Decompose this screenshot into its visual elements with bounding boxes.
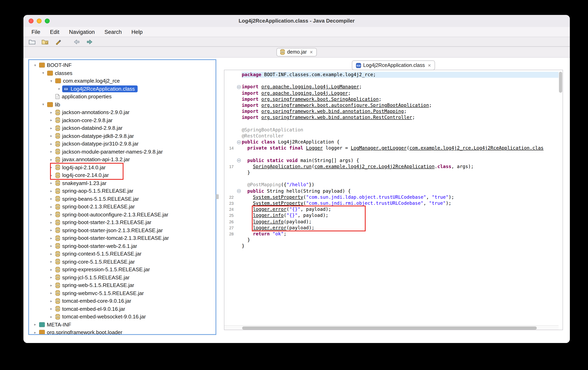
chevron-collapsed-icon[interactable]: ▸ [48, 118, 54, 122]
fold-collapse-icon[interactable] [236, 84, 242, 90]
chevron-expanded-icon[interactable]: ▾ [40, 71, 46, 75]
code-link[interactable]: org.apache.logging.log4j.Logger [261, 90, 348, 96]
code-link[interactable]: org.springframework.boot.SpringApplicati… [261, 96, 379, 102]
chevron-collapsed-icon[interactable]: ▸ [48, 244, 54, 248]
tree-item[interactable]: ▸010spring-expression-5.1.5.RELEASE.jar [29, 266, 216, 273]
tab-class-file[interactable]: 010 Log4j2RceApplication.class ✕ [352, 60, 435, 70]
chevron-collapsed-icon[interactable]: ▸ [48, 181, 54, 185]
chevron-collapsed-icon[interactable]: ▸ [48, 213, 54, 217]
code-link[interactable]: logger.error [253, 206, 286, 212]
chevron-expanded-icon[interactable]: ▾ [32, 63, 38, 67]
tree-item[interactable]: ▸010spring-boot-starter-2.1.3.RELEASE.ja… [29, 219, 216, 226]
chevron-collapsed-icon[interactable]: ▸ [48, 275, 54, 280]
chevron-collapsed-icon[interactable]: ▸ [48, 126, 54, 130]
tree-item[interactable]: ▸010spring-boot-starter-json-2.1.3.RELEA… [29, 226, 216, 234]
horizontal-scrollbar-thumb[interactable] [242, 327, 537, 330]
tree-item[interactable]: ▸010jackson-module-parameter-names-2.9.8… [29, 148, 216, 156]
tree-item[interactable]: ▸010jackson-datatype-jdk8-2.9.8.jar [29, 132, 216, 140]
chevron-collapsed-icon[interactable]: ▸ [48, 299, 54, 303]
tree-item[interactable]: ▸010spring-webmvc-5.1.5.RELEASE.jar [29, 289, 216, 297]
tree-item[interactable]: application.properties [29, 93, 216, 100]
menu-item-help[interactable]: Help [131, 29, 143, 35]
chevron-collapsed-icon[interactable]: ▸ [48, 205, 54, 209]
code-link[interactable]: logger.info [253, 219, 284, 224]
tree-item[interactable]: ▾classes [29, 69, 216, 77]
tree-item[interactable]: ▾com.example.log4j2_rce [29, 77, 216, 85]
code-link[interactable]: com.example.log4j2_rce.Log4j2RceApplicat… [410, 145, 544, 151]
chevron-expanded-icon[interactable]: ▾ [48, 79, 54, 83]
vertical-scrollbar-thumb[interactable] [559, 72, 562, 93]
fold-collapse-icon[interactable] [236, 188, 242, 194]
tree-item[interactable]: ▸010jackson-core-2.9.8.jar [29, 116, 216, 124]
tree-item[interactable]: ▸010spring-boot-autoconfigure-2.1.3.RELE… [29, 210, 216, 219]
chevron-collapsed-icon[interactable]: ▸ [48, 291, 54, 295]
chevron-collapsed-icon[interactable]: ▸ [48, 110, 54, 114]
tree-item[interactable]: ▸010log4j-core-2.14.0.jar [29, 171, 216, 179]
chevron-collapsed-icon[interactable]: ▸ [48, 158, 54, 162]
open-file-icon[interactable] [28, 38, 36, 46]
tree-item[interactable]: ▸META-INF [29, 321, 216, 329]
chevron-collapsed-icon[interactable]: ▸ [48, 220, 54, 224]
chevron-collapsed-icon[interactable]: ▸ [48, 283, 54, 287]
chevron-collapsed-icon[interactable]: ▸ [48, 173, 54, 177]
tree-item[interactable]: ▸010jackson-annotations-2.9.0.jar [29, 109, 216, 116]
tree-item[interactable]: ▸010jackson-datatype-jsr310-2.9.8.jar [29, 140, 216, 148]
tab-demo-jar[interactable]: 010 demo.jar ✕ [277, 48, 317, 56]
chevron-collapsed-icon[interactable]: ▸ [48, 236, 54, 240]
tree-item[interactable]: ▸010spring-boot-starter-tomcat-2.1.3.REL… [29, 234, 216, 242]
tree-item[interactable]: ▸010log4j-api-2.14.0.jar [29, 163, 216, 171]
code-link[interactable]: com.example.log4j2_rce.Log4j2RceApplicat… [314, 164, 434, 169]
tree-item[interactable]: ▸010spring-core-5.1.5.RELEASE.jar [29, 258, 216, 266]
code-link[interactable]: Logger [306, 145, 323, 151]
code-link[interactable]: System.setProperty [253, 194, 303, 200]
tree-item[interactable]: ▸010snakeyaml-1.23.jar [29, 179, 216, 187]
tree-item[interactable]: ▸010jackson-databind-2.9.8.jar [29, 124, 216, 132]
fold-collapse-icon[interactable] [236, 157, 242, 163]
chevron-collapsed-icon[interactable]: ▸ [48, 197, 54, 201]
code-link[interactable]: System.setProperty [253, 200, 303, 206]
back-icon[interactable] [73, 38, 80, 46]
chevron-collapsed-icon[interactable]: ▸ [56, 87, 62, 91]
splitter-handle[interactable] [216, 194, 219, 199]
tree-item[interactable]: ▸010spring-web-5.1.5.RELEASE.jar [29, 281, 216, 289]
chevron-collapsed-icon[interactable]: ▸ [32, 323, 38, 327]
fold-collapse-icon[interactable] [236, 139, 242, 145]
menu-item-navigation[interactable]: Navigation [69, 29, 95, 35]
chevron-collapsed-icon[interactable]: ▸ [48, 252, 54, 256]
code-link[interactable]: org.springframework.web.bind.annotation.… [261, 115, 412, 120]
code-link[interactable]: logger.info [253, 213, 284, 218]
tree-item[interactable]: ▸010spring-boot-starter-web-2.6.1.jar [29, 242, 216, 250]
code-link[interactable]: logger.error [253, 225, 286, 230]
tree-item[interactable]: ▸010spring-jcl-5.1.5.RELEASE.jar [29, 273, 216, 281]
chevron-collapsed-icon[interactable]: ▸ [48, 189, 54, 193]
tree-item[interactable]: ▸org.springframework.boot.loader [29, 329, 216, 335]
chevron-collapsed-icon[interactable]: ▸ [48, 260, 54, 264]
tree-item[interactable]: ▸010spring-context-5.1.5.RELEASE.jar [29, 250, 216, 258]
chevron-collapsed-icon[interactable]: ▸ [48, 228, 54, 232]
chevron-collapsed-icon[interactable]: ▸ [48, 150, 54, 154]
code-link[interactable]: SpringApplication.run [253, 164, 312, 169]
chevron-expanded-icon[interactable]: ▾ [40, 103, 46, 107]
chevron-collapsed-icon[interactable]: ▸ [32, 330, 38, 335]
tree-item[interactable]: ▸010spring-aop-5.1.5.RELEASE.jar [29, 187, 216, 195]
close-tab-icon[interactable]: ✕ [310, 50, 313, 54]
chevron-collapsed-icon[interactable]: ▸ [48, 142, 54, 146]
tree-item[interactable]: ▸010Log4j2RceApplication.class [29, 85, 216, 93]
pen-icon[interactable] [54, 38, 62, 46]
chevron-collapsed-icon[interactable]: ▸ [48, 134, 54, 138]
vertical-scrollbar[interactable] [558, 71, 562, 324]
chevron-collapsed-icon[interactable]: ▸ [48, 268, 54, 272]
tree-item[interactable]: ▸010tomcat-embed-websocket-9.0.16.jar [29, 313, 216, 321]
code-link[interactable]: org.apache.logging.log4j.LogManager [261, 84, 359, 90]
code-link[interactable]: org.springframework.boot.autoconfigure.S… [261, 102, 429, 108]
menu-item-file[interactable]: File [32, 29, 40, 35]
forward-icon[interactable] [85, 38, 93, 46]
chevron-collapsed-icon[interactable]: ▸ [48, 315, 54, 319]
tree-item[interactable]: ▸010spring-boot-2.1.3.RELEASE.jar [29, 203, 216, 210]
tree-item[interactable]: ▾lib [29, 100, 216, 109]
horizontal-scrollbar[interactable] [224, 325, 558, 330]
tree-item[interactable]: ▸010javax.annotation-api-1.3.2.jar [29, 156, 216, 163]
tree-item[interactable]: ▸010tomcat-embed-el-9.0.16.jar [29, 305, 216, 313]
chevron-collapsed-icon[interactable]: ▸ [48, 165, 54, 170]
close-tab-icon[interactable]: ✕ [428, 63, 431, 68]
